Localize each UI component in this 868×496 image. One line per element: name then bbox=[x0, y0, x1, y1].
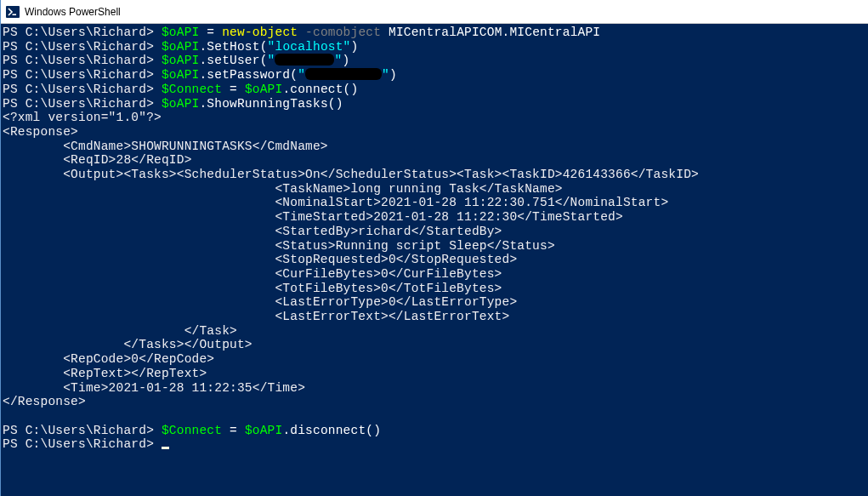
titlebar[interactable]: Windows PowerShell bbox=[1, 0, 868, 24]
flag-comobject: -comobject bbox=[305, 26, 381, 39]
var-oapi: $oAPI bbox=[162, 54, 200, 67]
xml-cmdname: <CmdName>SHOWRUNNINGTASKS</CmdName> bbox=[3, 140, 328, 153]
prompt: PS C:\Users\Richard> bbox=[3, 54, 162, 67]
var-oapi: $oAPI bbox=[162, 97, 200, 111]
redacted-username bbox=[275, 54, 334, 66]
xml-repcode: <RepCode>0</RepCode> bbox=[3, 352, 214, 366]
call-disconnect: .disconnect() bbox=[282, 424, 381, 437]
var-oapi: $oAPI bbox=[245, 83, 283, 96]
xml-response-close: </Response> bbox=[3, 395, 86, 408]
prompt: PS C:\Users\Richard> bbox=[3, 424, 162, 437]
xml-output-head: <Output><Tasks><SchedulerStatus>On</Sche… bbox=[3, 168, 699, 181]
cmd-new-object: new-object bbox=[222, 26, 298, 39]
xml-time: <Time>2021-01-28 11:22:35</Time> bbox=[3, 381, 305, 395]
terminal-output[interactable]: PS C:\Users\Richard> $oAPI = new-object … bbox=[1, 24, 868, 496]
redacted-password bbox=[305, 68, 382, 80]
prompt: PS C:\Users\Richard> bbox=[3, 437, 162, 451]
xml-task-close: </Task> bbox=[3, 324, 237, 338]
var-connect: $Connect bbox=[162, 83, 222, 96]
var-oapi: $oAPI bbox=[245, 424, 283, 437]
quote-close: " bbox=[382, 68, 389, 82]
call-sethost-open: .SetHost( bbox=[199, 40, 267, 54]
window-title: Windows PowerShell bbox=[25, 6, 121, 18]
xml-nominalstart: <NominalStart>2021-01-28 11:22:30.751</N… bbox=[3, 196, 668, 209]
call-setpassword-close: ) bbox=[389, 68, 397, 82]
xml-taskname: <TaskName>long running Task</TaskName> bbox=[3, 182, 563, 196]
xml-response-open: <Response> bbox=[3, 125, 78, 139]
xml-lasterrortext: <LastErrorText></LastErrorText> bbox=[3, 310, 509, 323]
powershell-window: Windows PowerShell PS C:\Users\Richard> … bbox=[0, 0, 868, 496]
eq: = bbox=[199, 26, 222, 39]
call-setuser-open: .setUser( bbox=[199, 54, 267, 67]
call-connect: .connect() bbox=[282, 83, 358, 96]
var-oapi: $oAPI bbox=[162, 68, 200, 82]
xml-curfilebytes: <CurFileBytes>0</CurFileBytes> bbox=[3, 267, 502, 281]
arg-localhost: "localhost" bbox=[268, 40, 351, 54]
xml-reptext: <RepText></RepText> bbox=[3, 367, 207, 380]
xml-tasks-output-close: </Tasks></Output> bbox=[3, 338, 252, 351]
prompt: PS C:\Users\Richard> bbox=[3, 83, 162, 96]
xml-stoprequested: <StopRequested>0</StopRequested> bbox=[3, 253, 517, 266]
xml-totfilebytes: <TotFileBytes>0</TotFileBytes> bbox=[3, 282, 502, 295]
xml-status: <Status>Running script Sleep</Status> bbox=[3, 239, 555, 253]
prompt: PS C:\Users\Richard> bbox=[3, 26, 162, 39]
powershell-icon bbox=[6, 5, 20, 19]
prompt: PS C:\Users\Richard> bbox=[3, 68, 162, 82]
call-setpassword-open: .setPassword( bbox=[199, 68, 298, 82]
quote-open: " bbox=[298, 68, 305, 82]
cursor bbox=[162, 447, 169, 449]
var-oapi: $oAPI bbox=[162, 40, 200, 54]
eq: = bbox=[222, 424, 245, 437]
quote-open: " bbox=[268, 54, 275, 67]
var-connect: $Connect bbox=[162, 424, 222, 437]
call-showrunningtasks: .ShowRunningTasks() bbox=[199, 97, 343, 111]
eq: = bbox=[222, 83, 245, 96]
var-oapi: $oAPI bbox=[162, 26, 200, 39]
xml-startedby: <StartedBy>richard</StartedBy> bbox=[3, 225, 502, 238]
xml-lasterrortype: <LastErrorType>0</LastErrorType> bbox=[3, 295, 517, 309]
arg-comclass: MICentralAPICOM.MICentralAPI bbox=[389, 26, 600, 39]
call-sethost-close: ) bbox=[351, 40, 359, 54]
call-setuser-close: ) bbox=[342, 54, 349, 67]
prompt: PS C:\Users\Richard> bbox=[3, 97, 162, 111]
xml-decl: <?xml version="1.0"?> bbox=[3, 111, 162, 124]
xml-timestarted: <TimeStarted>2021-01-28 11:22:30</TimeSt… bbox=[3, 210, 623, 224]
prompt: PS C:\Users\Richard> bbox=[3, 40, 162, 54]
xml-reqid: <ReqID>28</ReqID> bbox=[3, 153, 192, 167]
